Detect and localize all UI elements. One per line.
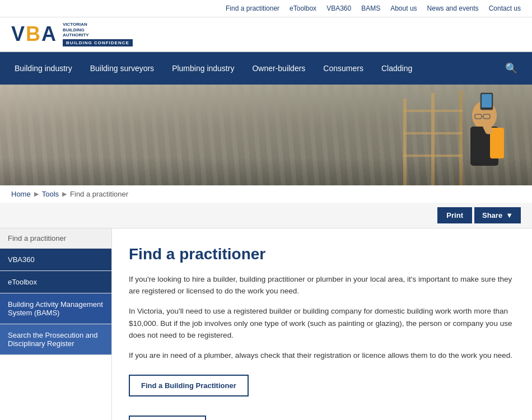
logo-line1: VICTORIAN bbox=[63, 22, 87, 27]
search-icon[interactable]: 🔍 bbox=[496, 52, 526, 85]
share-label: Share bbox=[482, 211, 502, 220]
breadcrumb-sep-2: ▶ bbox=[62, 190, 67, 198]
breadcrumb: Home ▶ Tools ▶ Find a practitioner bbox=[0, 185, 532, 203]
topbar-link-find-practitioner[interactable]: Find a practitioner bbox=[226, 4, 279, 12]
breadcrumb-home[interactable]: Home bbox=[11, 190, 31, 198]
intro-para-3: If you are in need of a plumber, always … bbox=[129, 349, 515, 362]
svg-rect-12 bbox=[482, 94, 492, 108]
topbar-link-bams[interactable]: BAMS bbox=[361, 4, 380, 12]
topbar-link-contact[interactable]: Contact us bbox=[489, 4, 521, 12]
topbar-link-news[interactable]: News and events bbox=[427, 4, 479, 12]
content-wrapper: Find a practitioner VBA360 eToolbox Buil… bbox=[0, 228, 532, 420]
sidebar-item-vba360[interactable]: VBA360 bbox=[0, 249, 111, 271]
sidebar: Find a practitioner VBA360 eToolbox Buil… bbox=[0, 228, 112, 420]
intro-para-2: In Victoria, you'll need to use a regist… bbox=[129, 305, 515, 342]
print-button[interactable]: Print bbox=[437, 207, 472, 223]
cta-section-1: Find a Building Practitioner bbox=[129, 369, 515, 402]
hero-image bbox=[0, 85, 532, 185]
find-building-practitioner-button[interactable]: Find a Building Practitioner bbox=[129, 375, 249, 396]
breadcrumb-tools[interactable]: Tools bbox=[42, 190, 59, 198]
find-plumber-button[interactable]: Find a Plumber bbox=[129, 416, 206, 420]
chevron-down-icon: ▼ bbox=[506, 211, 513, 220]
nav-item-plumbing-industry[interactable]: Plumbing industry bbox=[163, 54, 243, 83]
svg-rect-9 bbox=[470, 128, 480, 158]
sidebar-item-etoolbox[interactable]: eToolbox bbox=[0, 271, 111, 293]
logo-line3: AUTHORITY bbox=[63, 32, 89, 38]
nav-item-building-surveyors[interactable]: Building surveyors bbox=[81, 54, 163, 83]
breadcrumb-current: Find a practitioner bbox=[70, 190, 128, 198]
nav-item-building-industry[interactable]: Building industry bbox=[6, 54, 81, 83]
share-button[interactable]: Share ▼ bbox=[474, 207, 521, 223]
intro-para-1: If you're looking to hire a builder, bui… bbox=[129, 273, 515, 297]
nav-item-consumers[interactable]: Consumers bbox=[314, 54, 372, 83]
top-utility-bar: Find a practitioner eToolbox VBA360 BAMS… bbox=[0, 0, 532, 17]
nav-item-cladding[interactable]: Cladding bbox=[372, 54, 421, 83]
topbar-link-about[interactable]: About us bbox=[390, 4, 417, 12]
sidebar-item-bams[interactable]: Building Activity Management System (BAM… bbox=[0, 293, 111, 324]
main-navigation: Building industry Building surveyors Plu… bbox=[0, 52, 532, 85]
logo-tagline: BUILDING CONFIDENCE bbox=[63, 39, 133, 46]
svg-rect-5 bbox=[403, 155, 463, 157]
action-bar: Print Share ▼ bbox=[0, 203, 532, 228]
cta-section-2: Find a Plumber bbox=[129, 410, 515, 420]
logo-line2: BUILDING bbox=[63, 27, 85, 33]
sidebar-item-prosecution[interactable]: Search the Prosecution and Disciplinary … bbox=[0, 324, 111, 355]
main-content: Find a practitioner If you're looking to… bbox=[112, 228, 532, 420]
nav-item-owner-builders[interactable]: Owner-builders bbox=[243, 54, 314, 83]
topbar-link-etoolbox[interactable]: eToolbox bbox=[290, 4, 316, 12]
topbar-link-vba360[interactable]: VBA360 bbox=[326, 4, 351, 12]
sidebar-title: Find a practitioner bbox=[0, 228, 111, 249]
svg-rect-3 bbox=[403, 110, 463, 112]
page-title: Find a practitioner bbox=[129, 245, 515, 263]
logo[interactable]: VBA VICTORIAN BUILDING AUTHORITY BUILDIN… bbox=[11, 22, 133, 46]
breadcrumb-sep-1: ▶ bbox=[34, 190, 39, 198]
svg-rect-4 bbox=[403, 132, 463, 134]
site-header: VBA VICTORIAN BUILDING AUTHORITY BUILDIN… bbox=[0, 17, 532, 52]
